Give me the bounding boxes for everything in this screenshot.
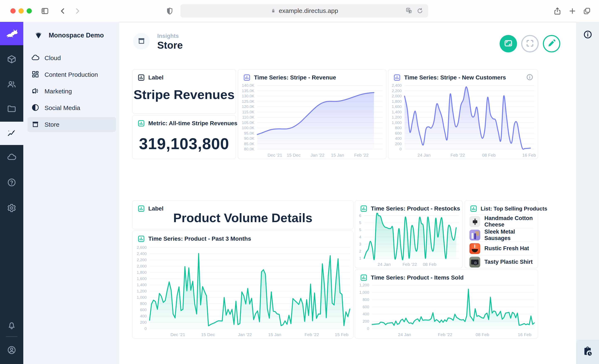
- breadcrumb: Insights: [157, 33, 179, 39]
- product-image: [469, 257, 480, 267]
- panel-metric-stripe[interactable]: Metric: All-time Stripe Revenues 319,103…: [132, 115, 236, 159]
- restocks-chart: 655432124 JanFeb '2208 Feb: [355, 213, 462, 268]
- reload-icon[interactable]: [416, 7, 423, 14]
- rail-item-cloud[interactable]: [0, 145, 23, 169]
- panel-header: Metric: All-time Stripe Revenues: [148, 120, 237, 127]
- svg-text:1,200: 1,200: [359, 283, 369, 287]
- sidebar-item-label: Marketing: [44, 88, 72, 95]
- back-icon[interactable]: [59, 7, 67, 15]
- rail-item-help[interactable]: [0, 171, 23, 194]
- minimize-window-button[interactable]: [18, 8, 24, 14]
- chart-icon: [360, 274, 368, 281]
- panel-product-items-sold[interactable]: Time Series: Product - Items Sold 1,2001…: [355, 269, 538, 339]
- svg-text:130.0K: 130.0K: [242, 94, 255, 98]
- rail-item-insights[interactable]: [0, 122, 23, 145]
- svg-text:1,000: 1,000: [359, 290, 369, 294]
- product-name: Handmade Cotton Cheese: [484, 215, 533, 228]
- svg-text:110.0K: 110.0K: [242, 115, 254, 119]
- directus-logo[interactable]: [0, 22, 23, 45]
- pencil-icon: [547, 39, 556, 49]
- svg-text:0: 0: [399, 147, 402, 151]
- new-customers-chart: 2,4002,2002,0001,8001,6001,4001,2001,000…: [388, 83, 538, 159]
- svg-text:115.0K: 115.0K: [242, 110, 254, 114]
- forward-icon: [73, 7, 81, 15]
- rail-item-folder[interactable]: [0, 97, 23, 120]
- panel-stripe-new-customers[interactable]: Time Series: Stripe - New Customers 2,40…: [388, 69, 538, 159]
- sidebar-item-store[interactable]: Store: [27, 117, 116, 132]
- svg-text:1,000: 1,000: [392, 120, 402, 125]
- lock-icon: [270, 8, 276, 14]
- close-window-button[interactable]: [10, 8, 16, 14]
- new-tab-icon[interactable]: [568, 7, 577, 15]
- svg-text:6: 6: [359, 213, 361, 218]
- dashboard-nav-list: CloudContent ProductionMarketingSocial M…: [23, 51, 119, 132]
- rail-item-box[interactable]: [0, 48, 23, 71]
- svg-text:400: 400: [140, 314, 147, 318]
- chart-icon: [138, 235, 145, 242]
- stripe-revenue-chart: 140.0K135.0K130.0K125.0K120.0K115.0K110.…: [238, 83, 386, 159]
- sidebar-item-label: Content Production: [44, 71, 98, 78]
- sidebar-item-marketing[interactable]: Marketing: [27, 84, 116, 99]
- svg-text:24 Jan: 24 Jan: [417, 153, 431, 158]
- product-list-item[interactable]: Sleek Metal Sausages: [469, 228, 533, 241]
- zoom-window-button[interactable]: [27, 8, 32, 14]
- tab-overview-icon[interactable]: [583, 7, 591, 15]
- svg-text:100.0K: 100.0K: [242, 126, 255, 130]
- svg-text:1: 1: [359, 256, 361, 260]
- svg-text:1,000: 1,000: [137, 295, 147, 300]
- panel-top-selling-products[interactable]: List: Top Selling Products Handmade Cott…: [464, 200, 538, 268]
- chart-icon: [138, 120, 145, 127]
- fullscreen-button[interactable]: [521, 35, 539, 53]
- panel-info-icon[interactable]: [526, 73, 533, 81]
- svg-text:2,400: 2,400: [392, 83, 402, 88]
- svg-text:5: 5: [359, 228, 361, 232]
- svg-text:200: 200: [362, 319, 369, 323]
- product-list-item[interactable]: Handmade Cotton Cheese: [469, 214, 533, 228]
- privacy-shield-icon[interactable]: [166, 7, 174, 15]
- panel-label-stripe[interactable]: Label Stripe Revenues: [132, 69, 236, 114]
- sidebar-item-social-media[interactable]: Social Media: [27, 100, 116, 115]
- info-icon[interactable]: [583, 30, 592, 39]
- project-icon: [34, 30, 43, 41]
- rabbit-icon: [5, 26, 18, 41]
- rail-divider: [6, 336, 18, 337]
- dashboard-badge: [133, 33, 150, 50]
- present-mode-button[interactable]: [500, 35, 517, 53]
- rail-item-gear[interactable]: [0, 196, 23, 220]
- svg-text:08 Feb: 08 Feb: [482, 153, 496, 158]
- panel-label-product[interactable]: Label Product Volume Details: [132, 200, 353, 230]
- svg-text:2,200: 2,200: [392, 89, 402, 93]
- svg-text:15 Jan: 15 Jan: [331, 153, 344, 158]
- edit-dashboard-button[interactable]: [543, 35, 560, 53]
- svg-text:600: 600: [395, 131, 402, 135]
- svg-text:600: 600: [140, 308, 147, 312]
- panel-product-restocks[interactable]: Time Series: Product - Restocks 65543212…: [355, 200, 463, 268]
- svg-text:2,200: 2,200: [137, 258, 147, 262]
- svg-text:4: 4: [359, 235, 361, 239]
- sidebar-item-content-production[interactable]: Content Production: [27, 67, 116, 82]
- svg-text:Feb '22: Feb '22: [305, 332, 319, 337]
- project-switcher[interactable]: Monospace Demo: [23, 22, 119, 49]
- svg-text:2,000: 2,000: [137, 264, 147, 268]
- share-icon[interactable]: [553, 7, 562, 15]
- sidebar-item-label: Cloud: [44, 54, 61, 62]
- url-bar[interactable]: example.directus.app: [181, 4, 428, 18]
- svg-text:1,400: 1,400: [392, 110, 402, 114]
- sidebar-toggle-icon[interactable]: [41, 7, 49, 15]
- svg-text:400: 400: [395, 136, 402, 141]
- svg-text:85.0K: 85.0K: [244, 142, 254, 146]
- rail-item-avatar[interactable]: [0, 338, 23, 362]
- product-list-item[interactable]: Rustic Fresh Hat: [469, 241, 533, 255]
- panel-product-past-3-months[interactable]: Time Series: Product - Past 3 Months 2,6…: [132, 231, 353, 339]
- chart-icon: [243, 74, 251, 81]
- fullscreen-icon: [525, 39, 535, 49]
- rail-item-users[interactable]: [0, 73, 23, 96]
- sidebar-item-cloud[interactable]: Cloud: [27, 51, 116, 65]
- svg-text:1,400: 1,400: [137, 283, 147, 287]
- sidebar-item-label: Store: [44, 121, 60, 128]
- product-list-item[interactable]: Tasty Plastic Shirt: [469, 255, 533, 268]
- rail-item-bell[interactable]: [0, 314, 23, 337]
- activity-log-button[interactable]: [576, 340, 599, 364]
- panel-stripe-revenue[interactable]: Time Series: Stripe - Revenue 140.0K135.…: [238, 69, 387, 159]
- translate-icon[interactable]: [405, 7, 413, 14]
